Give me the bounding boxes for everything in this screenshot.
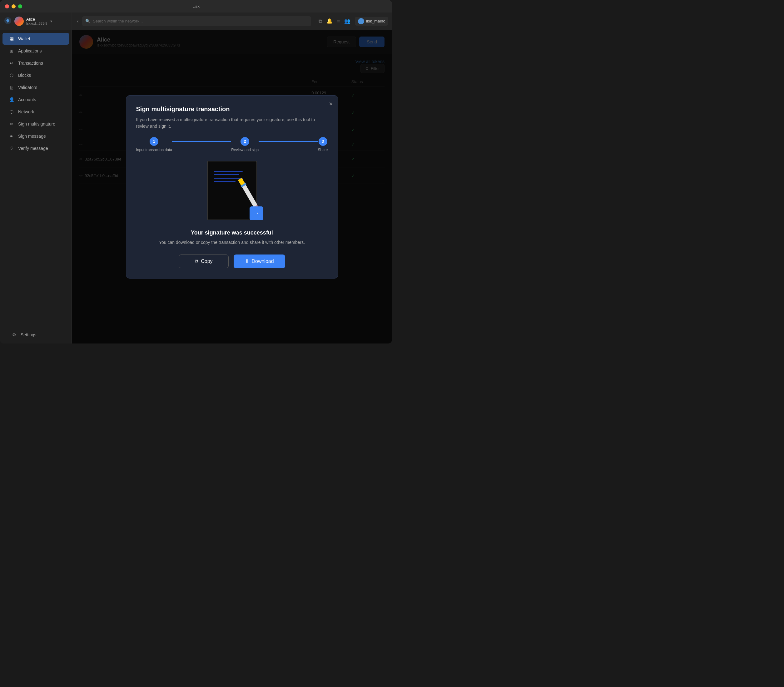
transactions-icon: ↩ (9, 60, 14, 66)
modal-close-button[interactable]: × (329, 100, 333, 107)
maximize-window-button[interactable] (18, 4, 22, 8)
sidebar-wallet-label: Wallet (18, 36, 30, 41)
verify-message-icon: 🛡 (9, 146, 14, 151)
success-title: Your signature was successful (136, 230, 328, 236)
download-button-label: Download (251, 258, 274, 264)
copy-header-icon[interactable]: ⧉ (319, 18, 322, 24)
app-window: Lisk Alice lskxsd...633t9 ▾ ‹ 🔍 Search (0, 0, 392, 344)
search-bar[interactable]: 🔍 Search within the network... (82, 16, 311, 26)
traffic-lights (5, 4, 22, 8)
sidebar-item-sign-multisig[interactable]: ✏ Sign multisignature (3, 118, 69, 130)
window-title: Lisk (192, 4, 200, 9)
modal-illustration: → (136, 161, 328, 223)
main-layout: ▦ Wallet ⊞ Applications ↩ Transactions ⬡… (0, 30, 392, 344)
sidebar-accounts-label: Accounts (18, 97, 36, 102)
sidebar-verify-message-label: Verify message (18, 146, 48, 151)
step-2: 2 Review and sign (231, 137, 259, 152)
account-dropdown-icon[interactable]: ▾ (50, 19, 52, 23)
sidebar-item-settings[interactable]: ⚙ Settings (5, 329, 67, 341)
step-circle-1: 1 (150, 137, 158, 146)
menu-icon[interactable]: ≡ (337, 18, 340, 24)
modal-description: If you have received a multisignature tr… (136, 117, 328, 130)
step-label-1: Input transaction data (136, 148, 172, 152)
sign-multisig-modal: × Sign multisignature transaction If you… (126, 95, 338, 279)
modal-buttons: ⧉ Copy ⬇ Download (136, 255, 328, 268)
close-window-button[interactable] (5, 4, 9, 8)
sidebar-settings-label: Settings (21, 332, 36, 337)
sign-message-icon: ✒ (9, 133, 14, 139)
user-badge: lisk_mainc (355, 17, 388, 26)
user-badge-avatar (358, 18, 364, 25)
header-actions: ⧉ 🔔 ≡ 👥 lisk_mainc (315, 13, 392, 30)
step-label-3: Share (318, 148, 328, 152)
sidebar-blocks-label: Blocks (18, 73, 31, 78)
content-area: Alice lskxsddtvbc7ze98bqbawaq3ydj2f83874… (72, 30, 392, 344)
applications-icon: ⊞ (9, 48, 14, 54)
sidebar-nav: ▦ Wallet ⊞ Applications ↩ Transactions ⬡… (0, 30, 72, 326)
accounts-icon: 👤 (9, 97, 14, 102)
step-3: 3 Share (318, 137, 328, 152)
wallet-icon: ▦ (9, 36, 14, 41)
user-badge-name: lisk_mainc (366, 19, 385, 23)
step-line-2 (259, 141, 318, 142)
step-circle-3: 3 (319, 137, 327, 146)
modal-title: Sign multisignature transaction (136, 105, 328, 113)
copy-button[interactable]: ⧉ Copy (179, 255, 228, 268)
sidebar-applications-label: Applications (18, 48, 42, 53)
sidebar-item-sign-message[interactable]: ✒ Sign message (3, 130, 69, 142)
header-center: ‹ 🔍 Search within the network... (72, 13, 315, 30)
sidebar-item-network[interactable]: ⬡ Network (3, 106, 69, 118)
illustration-container: → (201, 161, 263, 223)
account-info: Alice lskxsd...633t9 (26, 17, 47, 25)
download-button[interactable]: ⬇ Download (233, 255, 285, 268)
sidebar-sign-multisig-label: Sign multisignature (18, 122, 55, 127)
blocks-icon: ⬡ (9, 72, 14, 78)
account-avatar (14, 16, 24, 26)
sidebar-item-wallet[interactable]: ▦ Wallet (3, 33, 69, 44)
network-icon: ⬡ (9, 109, 14, 115)
search-placeholder: Search within the network... (93, 19, 143, 23)
sidebar-item-verify-message[interactable]: 🛡 Verify message (3, 142, 69, 154)
sidebar-item-applications[interactable]: ⊞ Applications (3, 45, 69, 57)
sidebar-header: Alice lskxsd...633t9 ▾ (0, 13, 72, 30)
step-1: 1 Input transaction data (136, 137, 172, 152)
minimize-window-button[interactable] (12, 4, 16, 8)
account-address-short: lskxsd...633t9 (26, 21, 47, 25)
lisk-logo-icon (4, 16, 12, 26)
step-line-1 (172, 141, 231, 142)
app-header-row: Alice lskxsd...633t9 ▾ ‹ 🔍 Search within… (0, 13, 392, 30)
back-nav-button[interactable]: ‹ (76, 17, 80, 25)
copy-button-label: Copy (201, 258, 212, 264)
sign-multisig-icon: ✏ (9, 121, 14, 127)
settings-icon: ⚙ (11, 332, 17, 338)
download-icon: ⬇ (245, 258, 249, 264)
sidebar-network-label: Network (18, 109, 34, 114)
step-circle-2: 2 (240, 137, 249, 146)
sidebar-item-accounts[interactable]: 👤 Accounts (3, 94, 69, 105)
next-arrow-button[interactable]: → (250, 206, 263, 220)
validators-icon: ⌹ (9, 85, 14, 90)
copy-icon: ⧉ (195, 258, 198, 264)
sidebar-sign-message-label: Sign message (18, 134, 46, 139)
title-bar: Lisk (0, 0, 392, 13)
step-label-2: Review and sign (231, 148, 259, 152)
sidebar-validators-label: Validators (18, 85, 37, 90)
sidebar-item-blocks[interactable]: ⬡ Blocks (3, 69, 69, 81)
sidebar-item-transactions[interactable]: ↩ Transactions (3, 57, 69, 69)
stepper: 1 Input transaction data 2 Review and si… (136, 137, 328, 152)
sidebar-item-validators[interactable]: ⌹ Validators (3, 82, 69, 94)
search-icon: 🔍 (85, 19, 90, 23)
sidebar: ▦ Wallet ⊞ Applications ↩ Transactions ⬡… (0, 30, 72, 344)
account-name: Alice (26, 17, 47, 21)
sidebar-transactions-label: Transactions (18, 61, 43, 66)
sidebar-bottom: ⚙ Settings (0, 326, 72, 344)
modal-overlay: × Sign multisignature transaction If you… (72, 30, 392, 344)
users-icon[interactable]: 👥 (344, 18, 350, 24)
success-description: You can download or copy the transaction… (136, 239, 328, 246)
notification-icon[interactable]: 🔔 (326, 18, 333, 24)
